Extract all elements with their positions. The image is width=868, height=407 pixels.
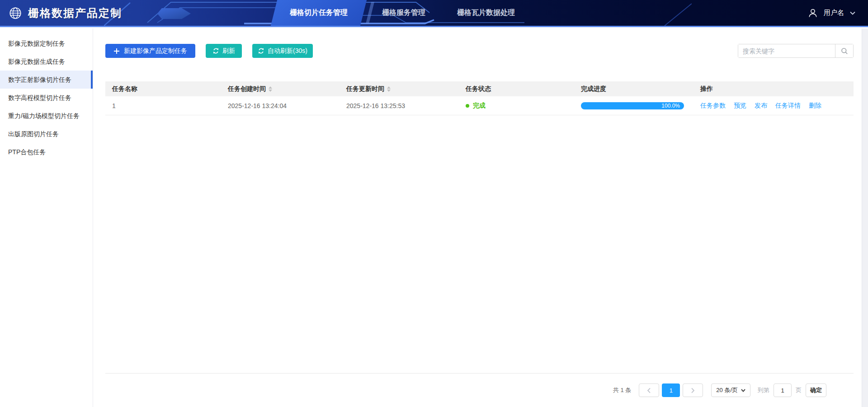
prev-page-button[interactable] [639,383,659,397]
cell-created-time: 2025-12-16 13:24:04 [221,102,340,109]
column-task-status: 任务状态 [459,85,574,93]
pagination-total: 共 1 条 [613,386,631,394]
task-table: 任务名称 任务创建时间 任务更新时间 任务状态 完成进度 操作 1 [105,81,854,115]
user-name: 用户名 [824,9,844,17]
cell-task-name: 1 [105,102,221,109]
search-box [738,44,854,58]
main-nav: 栅格切片任务管理 栅格服务管理 栅格瓦片数据处理 [271,0,531,26]
column-created-time: 任务创建时间 [221,85,340,93]
sort-caret-icon[interactable] [269,86,272,92]
search-button[interactable] [835,44,853,57]
tab-raster-service-management[interactable]: 栅格服务管理 [366,0,441,26]
chevron-down-icon [850,11,855,15]
action-task-details[interactable]: 任务详情 [775,102,801,110]
app-logo: 栅格数据产品定制 [0,6,122,20]
goto-page-prefix: 到第 [758,386,769,394]
main-content: 新建影像产品定制任务 刷新 自动刷新(30s) [94,28,868,407]
action-task-params[interactable]: 任务参数 [700,102,726,110]
sidebar: 影像元数据定制任务 影像元数据生成任务 数字正射影像切片任务 数字高程模型切片任… [0,28,93,407]
refresh-button[interactable]: 刷新 [206,44,242,58]
search-icon [841,47,848,55]
next-page-button[interactable] [683,383,703,397]
column-progress: 完成进度 [574,85,693,93]
page-size-select[interactable]: 20 条/页 [711,383,750,397]
search-input[interactable] [738,44,835,57]
status-text: 完成 [473,102,486,110]
chevron-left-icon [647,388,651,393]
sidebar-item-image-metadata-generate-task[interactable]: 影像元数据生成任务 [0,52,93,71]
refresh-icon [258,47,264,54]
table-row: 1 2025-12-16 13:24:04 2025-12-16 13:25:5… [105,96,854,115]
table-header-row: 任务名称 任务创建时间 任务更新时间 任务状态 完成进度 操作 [105,81,854,96]
auto-refresh-button[interactable]: 自动刷新(30s) [252,44,313,58]
refresh-icon [212,47,219,54]
action-publish[interactable]: 发布 [755,102,767,110]
tab-raster-slice-task-management[interactable]: 栅格切片任务管理 [271,0,366,26]
globe-logo-icon [8,6,23,20]
status-dot [466,104,469,108]
sidebar-item-image-metadata-custom-task[interactable]: 影像元数据定制任务 [0,34,93,52]
sort-caret-icon[interactable] [387,86,391,92]
toolbar: 新建影像产品定制任务 刷新 自动刷新(30s) [105,44,854,58]
sidebar-item-dom-slice-task[interactable]: 数字正射影像切片任务 [0,71,93,89]
cell-task-status: 完成 [459,102,574,110]
cell-actions: 任务参数 预览 发布 任务详情 删除 [693,102,854,110]
progress-bar: 100.0% [581,102,684,109]
tab-raster-tile-data-processing[interactable]: 栅格瓦片数据处理 [441,0,531,26]
chevron-right-icon [691,388,695,393]
goto-page-suffix: 页 [796,386,802,394]
sidebar-item-published-map-slice-task[interactable]: 出版原图切片任务 [0,125,93,143]
new-task-button[interactable]: 新建影像产品定制任务 [105,44,195,58]
user-icon [808,8,818,18]
pagination-bar: 共 1 条 1 20 条/页 到第 页 确定 [105,373,854,403]
chevron-down-icon [741,389,745,392]
app-title: 栅格数据产品定制 [28,6,122,20]
column-task-name: 任务名称 [105,85,221,93]
plus-icon [113,48,120,54]
action-delete[interactable]: 删除 [809,102,821,110]
sidebar-item-dem-slice-task[interactable]: 数字高程模型切片任务 [0,89,93,107]
action-preview[interactable]: 预览 [734,102,746,110]
current-page-button[interactable]: 1 [662,383,680,397]
sidebar-item-gravity-magnetic-slice-task[interactable]: 重力/磁力场模型切片任务 [0,107,93,125]
confirm-page-button[interactable]: 确定 [806,383,826,397]
column-actions: 操作 [693,85,854,93]
app-header: 栅格数据产品定制 栅格切片任务管理 栅格服务管理 栅格瓦片数据处理 用户名 [0,0,868,27]
vertical-scrollbar[interactable] [862,28,868,407]
column-updated-time: 任务更新时间 [340,85,459,93]
user-menu[interactable]: 用户名 [808,0,855,26]
row-actions: 任务参数 预览 发布 任务详情 删除 [700,102,821,110]
cell-progress: 100.0% [574,102,693,109]
cell-updated-time: 2025-12-16 13:25:53 [340,102,459,109]
goto-page-input[interactable] [774,383,792,397]
progress-percent: 100.0% [661,102,680,109]
sidebar-item-ptp-package-task[interactable]: PTP合包任务 [0,143,93,161]
